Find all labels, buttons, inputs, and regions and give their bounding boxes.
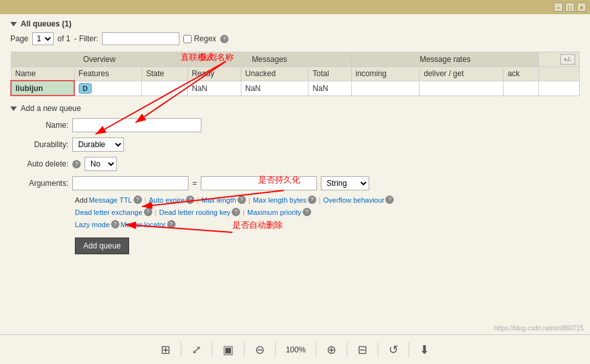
- col-incoming: incoming: [351, 67, 420, 81]
- queue-feature-cell: D: [74, 81, 142, 96]
- queue-state-cell: [142, 81, 188, 96]
- download-icon[interactable]: ⬇: [420, 343, 429, 357]
- toolbar-divider-4: [275, 342, 276, 358]
- maximum-priority-help[interactable]: ?: [303, 208, 311, 216]
- regex-checkbox[interactable]: [183, 35, 192, 43]
- auto-delete-label: Auto delete:: [10, 159, 68, 168]
- arg-val-input[interactable]: [201, 176, 317, 190]
- crop-icon[interactable]: ▣: [223, 343, 234, 357]
- regex-label: Regex: [183, 34, 216, 43]
- message-rates-header: Message rates: [351, 52, 539, 67]
- durability-select[interactable]: Durable Transient: [72, 137, 124, 152]
- queue-incoming-cell: [351, 81, 420, 96]
- queue-name-cell[interactable]: liubijun: [11, 81, 74, 96]
- max-length-bytes-help[interactable]: ?: [308, 196, 316, 204]
- close-btn[interactable]: ×: [577, 3, 586, 12]
- overview-header: Overview: [11, 52, 188, 67]
- add-queue-title: Add a new queue: [21, 104, 81, 113]
- table-row: liubijun D NaN NaN NaN: [11, 81, 580, 96]
- message-ttl-help[interactable]: ?: [134, 196, 142, 204]
- dead-letter-routing-key-help[interactable]: ?: [232, 208, 240, 216]
- dead-letter-exchange-help[interactable]: ?: [144, 208, 152, 216]
- refresh-icon[interactable]: ↺: [389, 343, 398, 357]
- toolbar-divider-3: [244, 342, 245, 358]
- zoom-level: 100%: [286, 345, 306, 354]
- durability-label: Durability:: [10, 140, 68, 149]
- regex-help-icon[interactable]: ?: [220, 35, 229, 43]
- page-label: Page: [10, 34, 28, 43]
- master-locator-help[interactable]: ?: [167, 220, 176, 228]
- title-bar: − □ ×: [0, 0, 590, 14]
- plus-minus-btn[interactable]: +/-: [539, 52, 580, 67]
- dead-letter-routing-key-link[interactable]: Dead letter routing key: [159, 208, 230, 216]
- auto-delete-select[interactable]: No Yes: [85, 157, 117, 171]
- pagination-row: Page 1 of 1 - Filter: Regex ?: [10, 32, 580, 45]
- toolbar-divider-1: [181, 342, 181, 358]
- zoom-out-icon[interactable]: ⊖: [255, 343, 265, 357]
- col-unacked: Unacked: [241, 67, 309, 81]
- lazy-mode-link[interactable]: Lazy mode: [75, 221, 110, 228]
- fullscreen-icon[interactable]: ⤢: [192, 343, 201, 357]
- queue-ready-cell: NaN: [188, 81, 241, 96]
- restore-btn[interactable]: □: [565, 3, 575, 12]
- lazy-mode-help[interactable]: ?: [111, 220, 119, 228]
- queue-table: Overview Messages Message rates +/- Name…: [10, 52, 580, 96]
- max-length-help[interactable]: ?: [238, 196, 246, 204]
- grid-icon[interactable]: ⊞: [161, 343, 170, 357]
- col-name: Name: [11, 67, 74, 81]
- add-queue-section: Add a new queue Name: Durability: Durabl…: [10, 104, 580, 254]
- auto-expire-link[interactable]: Auto expire: [149, 196, 185, 204]
- master-locator-link[interactable]: Master locator: [121, 221, 166, 228]
- of-text: of 1: [57, 34, 70, 43]
- add-links-row1: Add Message TTL ? | Auto expire ? | Max …: [75, 196, 580, 204]
- queue-deliver-cell: [420, 81, 504, 96]
- fit-icon[interactable]: ⊟: [358, 343, 367, 357]
- toolbar-divider-8: [409, 342, 409, 358]
- col-ack: ack: [504, 67, 539, 81]
- bottom-toolbar: ⊞ ⤢ ▣ ⊖ 100% ⊕ ⊟ ↺ ⬇: [0, 334, 590, 364]
- page-select[interactable]: 1: [32, 32, 54, 45]
- maximum-priority-link[interactable]: Maximum priority: [247, 208, 301, 216]
- col-deliver: deliver / get: [420, 67, 504, 81]
- feature-badge: D: [79, 83, 92, 94]
- collapse-triangle[interactable]: [10, 22, 17, 26]
- all-queues-title: All queues (1): [21, 19, 72, 28]
- queue-ack-cell: [504, 81, 539, 96]
- zoom-in-icon[interactable]: ⊕: [327, 343, 336, 357]
- filter-input[interactable]: [102, 32, 179, 45]
- main-content: All queues (1) Page 1 of 1 - Filter: Reg…: [0, 14, 590, 334]
- minimize-btn[interactable]: −: [554, 3, 563, 12]
- queue-unacked-cell: NaN: [241, 81, 309, 96]
- arg-type-select[interactable]: String Number Boolean: [321, 176, 369, 190]
- toolbar-divider-7: [378, 342, 378, 358]
- col-features: Features: [74, 67, 142, 81]
- durability-row: Durability: Durable Transient: [10, 137, 580, 152]
- auto-expire-help[interactable]: ?: [186, 196, 194, 204]
- messages-header: Messages: [188, 52, 352, 67]
- message-ttl-link[interactable]: Message TTL: [89, 196, 132, 204]
- col-state: State: [142, 67, 188, 81]
- overflow-link[interactable]: Overflow behaviour: [323, 196, 385, 204]
- add-queue-button[interactable]: Add queue: [75, 238, 129, 254]
- add-collapse-triangle[interactable]: [10, 106, 17, 111]
- auto-delete-row: Auto delete: ? No Yes: [10, 157, 580, 171]
- auto-delete-help-icon[interactable]: ?: [72, 160, 81, 168]
- max-length-bytes-link[interactable]: Max length bytes: [253, 196, 307, 204]
- add-links-row3: Lazy mode ? Master locator ?: [75, 220, 580, 228]
- max-length-link[interactable]: Max length: [201, 196, 236, 204]
- all-queues-header: All queues (1): [10, 19, 580, 28]
- toolbar-divider-6: [347, 342, 347, 358]
- col-extra: [539, 67, 580, 81]
- add-label: Add: [75, 196, 88, 204]
- queue-total-cell: NaN: [309, 81, 351, 96]
- name-row: Name:: [10, 118, 580, 132]
- equals-sign: =: [192, 179, 197, 188]
- dead-letter-exchange-link[interactable]: Dead letter exchange: [75, 208, 143, 216]
- queue-extra-cell: [539, 81, 580, 96]
- toolbar-divider-2: [212, 342, 212, 358]
- name-input[interactable]: [72, 118, 201, 132]
- add-links-row2: Dead letter exchange ? | Dead letter rou…: [75, 208, 580, 216]
- overflow-help[interactable]: ?: [385, 196, 394, 204]
- arguments-label: Arguments:: [10, 179, 68, 188]
- arg-key-input[interactable]: [72, 176, 188, 190]
